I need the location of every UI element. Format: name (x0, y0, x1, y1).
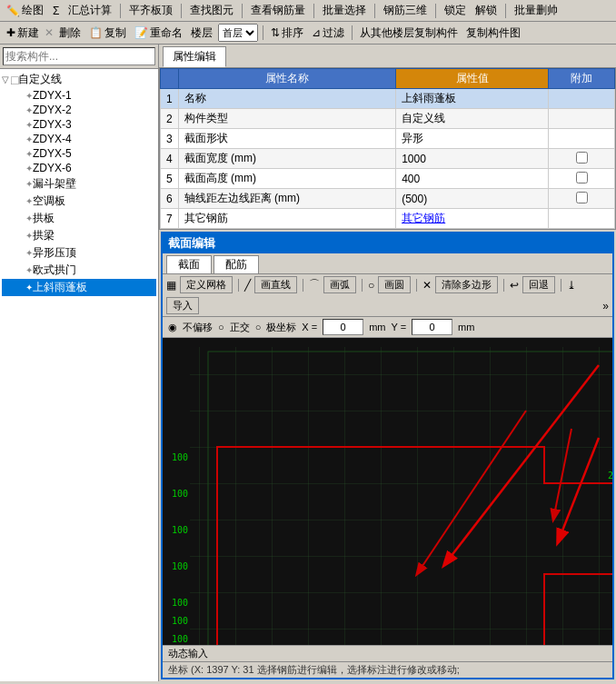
tree-item-zdyx4[interactable]: ✦ ZDYX-4 (2, 132, 156, 146)
import-button[interactable]: 导入 (166, 297, 199, 314)
draw-line-icon: ╱ (244, 279, 251, 292)
tree-item-zdyx6[interactable]: ✦ ZDYX-6 (2, 161, 156, 175)
checkbox-5[interactable] (576, 172, 588, 183)
define-grid-button[interactable]: 定义网格 (180, 276, 233, 293)
svg-text:100: 100 (172, 452, 188, 462)
filter-button[interactable]: ⊿ 过滤 (309, 25, 347, 42)
tree-item-zdyx5[interactable]: ✦ ZDYX-5 (2, 146, 156, 161)
delete-button[interactable]: 删除 (56, 25, 84, 42)
tree-item-loutou[interactable]: ✦ 漏斗架壁 (2, 175, 156, 193)
batch-select-tool[interactable]: 批量选择 (320, 2, 369, 19)
tree-item-kongtiao[interactable]: ✦ 空调板 (2, 193, 156, 210)
tree-item-zdyx3[interactable]: ✦ ZDYX-3 (2, 117, 156, 132)
svg-text:100: 100 (172, 489, 188, 499)
tree-item-yixing[interactable]: ✦ 异形压顶 (2, 244, 156, 262)
x-input[interactable] (323, 319, 363, 335)
draw-line-button[interactable]: 画直线 (254, 276, 297, 293)
sort-button[interactable]: ⇅ 排序 (268, 25, 306, 42)
prop-name-2: 构件类型 (178, 109, 396, 129)
checkbox-6[interactable] (576, 192, 588, 203)
new-button[interactable]: ✚ 新建 (4, 25, 42, 42)
col-name-header: 属性名称 (178, 69, 396, 89)
tab-section[interactable]: 截面 (166, 255, 212, 273)
row-num-2: 2 (161, 109, 179, 129)
svg-text:100: 100 (172, 525, 188, 535)
search-input[interactable] (3, 47, 155, 65)
property-table: 属性名称 属性值 附加 1 名称 上斜雨蓬板 (160, 68, 615, 229)
prop-extra-6[interactable] (549, 189, 615, 209)
sep7 (505, 4, 506, 18)
prop-value-6[interactable]: (500) (396, 189, 549, 209)
tab-properties[interactable]: 属性编辑 (163, 46, 226, 67)
dt-sep3 (362, 279, 363, 292)
dynamic-input-label: 动态输入 (163, 645, 612, 661)
clear-polygon-button[interactable]: 清除多边形 (435, 276, 498, 293)
prop-row-2: 2 构件类型 自定义线 (161, 109, 615, 129)
tree-item-zdyx2[interactable]: ✦ ZDYX-2 (2, 103, 156, 117)
tree-item-shangxie[interactable]: ✦ 上斜雨蓬板 (2, 279, 156, 296)
copy-from-floor-button[interactable]: 从其他楼层复制构件 (357, 25, 461, 42)
canvas-svg: 100 100 100 100 100 100 100 100 100 100 … (163, 338, 612, 645)
prop-name-6: 轴线距左边线距离 (mm) (178, 189, 396, 209)
rename-button[interactable]: 📝 重命名 (132, 25, 185, 42)
prop-extra-4[interactable] (549, 149, 615, 169)
y-label: Y = (391, 322, 406, 332)
row-num-4: 4 (161, 149, 179, 169)
dialog-tabs: 截面 配筋 (163, 253, 612, 274)
svg-rect-1 (190, 347, 612, 645)
col-extra-header: 附加 (549, 69, 615, 89)
y-input[interactable] (412, 319, 452, 335)
radio-polar-icon: ○ (255, 322, 262, 332)
prop-value-7[interactable]: 其它钢筋 (396, 209, 549, 229)
prop-value-1[interactable]: 上斜雨蓬板 (396, 89, 549, 109)
prop-value-4[interactable]: 1000 (396, 149, 549, 169)
row-num-3: 3 (161, 129, 179, 149)
draw-tool[interactable]: ✏️ 绘图 (4, 2, 46, 19)
align-top-tool[interactable]: 平齐板顶 (126, 2, 175, 19)
canvas-area[interactable]: 100 100 100 100 100 100 100 100 100 100 … (163, 338, 612, 645)
prop-row-1: 1 名称 上斜雨蓬板 (161, 89, 615, 109)
dialog-toolbar: ▦ 定义网格 ╱ 画直线 ⌒ 画弧 ○ (163, 274, 612, 317)
unlock-tool[interactable]: 解锁 (472, 2, 500, 19)
tree-item-gongliang[interactable]: ✦ 拱梁 (2, 227, 156, 244)
tree-item-oushi[interactable]: ✦ 欧式拱门 (2, 262, 156, 279)
copy-button[interactable]: 📋 复制 (86, 25, 129, 42)
sep8 (263, 25, 263, 40)
tree-item-zdyx1[interactable]: ✦ ZDYX-1 (2, 88, 156, 103)
copy-struct-button[interactable]: 复制构件图 (463, 25, 523, 42)
prop-value-2: 自定义线 (396, 109, 549, 129)
summary-tool[interactable]: 汇总计算 (65, 2, 114, 19)
batch-delete-tool[interactable]: 批量删帅 (512, 2, 561, 19)
prop-extra-7 (549, 209, 615, 229)
coord-orthogonal-label[interactable]: 正交 (230, 321, 250, 334)
rebar-3d-tool[interactable]: 钢筋三维 (381, 2, 430, 19)
checkbox-4[interactable] (576, 152, 588, 164)
prop-row-4: 4 截面宽度 (mm) 1000 (161, 149, 615, 169)
prop-extra-2 (549, 109, 615, 129)
row-num-7: 7 (161, 209, 179, 229)
sep5 (374, 4, 375, 18)
prop-extra-3 (549, 129, 615, 149)
coord-polar-label[interactable]: 极坐标 (266, 321, 296, 334)
floor-select[interactable]: 首层 (218, 24, 258, 42)
draw-arc-button[interactable]: 画弧 (323, 276, 356, 293)
lock-tool[interactable]: 锁定 (442, 2, 469, 19)
prop-extra-5[interactable] (549, 169, 615, 189)
prop-name-7: 其它钢筋 (178, 209, 396, 229)
draw-circle-button[interactable]: 画圆 (378, 276, 411, 293)
clear-poly-icon: ✕ (422, 279, 432, 292)
more-button[interactable]: » (602, 300, 609, 312)
undo-button[interactable]: 回退 (522, 276, 555, 293)
sigma-tool[interactable]: Σ (50, 4, 62, 18)
find-tool[interactable]: 查找图元 (187, 2, 236, 19)
view-rebar-tool[interactable]: 查看钢筋量 (248, 2, 308, 19)
prop-value-5[interactable]: 400 (396, 169, 549, 189)
coord-nobiased-label[interactable]: 不偏移 (183, 321, 213, 334)
main-area: ▽ □ 自定义线 ✦ ZDYX-1 ✦ ZDYX-2 ✦ ZDYX (0, 45, 616, 681)
prop-value-3: 异形 (396, 129, 549, 149)
dt-sep2 (303, 279, 303, 292)
tree-item-gongban[interactable]: ✦ 拱板 (2, 210, 156, 227)
tree-root[interactable]: ▽ □ 自定义线 (2, 71, 156, 88)
tab-rebar[interactable]: 配筋 (214, 255, 259, 273)
y-unit-label: mm (458, 322, 474, 332)
